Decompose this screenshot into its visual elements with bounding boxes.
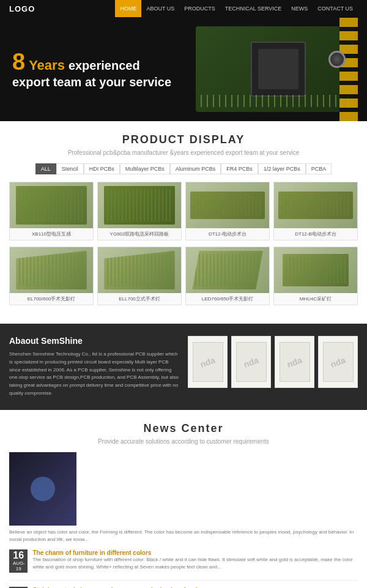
nav-home[interactable]: HOME bbox=[115, 0, 141, 17]
product-card-3[interactable]: DT12-电动步术台 bbox=[185, 182, 270, 240]
cert-4 bbox=[318, 336, 358, 388]
filter-stencil[interactable]: Stencil bbox=[56, 163, 84, 174]
news-image-block: Believe an object has color and color, t… bbox=[9, 452, 358, 543]
product-card-2[interactable]: YG902双路电流采样回路板 bbox=[97, 182, 182, 240]
product-card-5[interactable]: EL700/600手术无影灯 bbox=[9, 247, 94, 305]
about-text-block: Abaout SemShine Shenzhen Semshine Techno… bbox=[9, 336, 180, 398]
product-name-6: ELL700立式手术灯 bbox=[98, 293, 181, 305]
product-img-1 bbox=[10, 182, 93, 228]
news-subtitle: Provide accurate solutions according to … bbox=[9, 438, 358, 445]
pcb-knob bbox=[328, 51, 346, 68]
product-img-2 bbox=[98, 182, 181, 228]
product-card-7[interactable]: LED760/650手术无影灯 bbox=[185, 247, 270, 305]
product-img-5 bbox=[10, 247, 93, 293]
news-item-1-date: 16 AUG-19 bbox=[9, 549, 28, 573]
product-img-4 bbox=[274, 182, 357, 228]
nav-about[interactable]: ABOUT US bbox=[141, 0, 179, 17]
filter-half-layer[interactable]: 1/2 layer PCBs bbox=[258, 163, 306, 174]
product-img-8 bbox=[274, 247, 357, 293]
news-item-1: 16 AUG-19 The charm of furniture in diff… bbox=[9, 549, 358, 581]
nav-links: HOME ABOUT US PRODUCTS TECHNICAL SERVICE… bbox=[115, 0, 358, 17]
hero-number: 8 bbox=[12, 49, 25, 75]
product-img-6 bbox=[98, 247, 181, 293]
hero-section: 8 Years experienced export team at your … bbox=[0, 17, 367, 121]
filter-hdi[interactable]: HDI PCBs bbox=[84, 163, 120, 174]
filter-fr4[interactable]: FR4 PCBs bbox=[221, 163, 258, 174]
hero-years-label: Years bbox=[29, 58, 65, 73]
navigation: LOGO HOME ABOUT US PRODUCTS TECHNICAL SE… bbox=[0, 0, 367, 17]
news-item-1-header: 16 AUG-19 The charm of furniture in diff… bbox=[9, 549, 358, 573]
filter-aluminum[interactable]: Aluminum PCBs bbox=[170, 163, 221, 174]
filter-all[interactable]: ALL bbox=[35, 163, 56, 174]
pcb-chip bbox=[251, 42, 306, 97]
filter-pcba[interactable]: PCBA bbox=[306, 163, 332, 174]
hero-text: 8 Years experienced export team at your … bbox=[0, 49, 184, 89]
news-title: News Center bbox=[9, 422, 358, 435]
product-name-8: MHU4C采矿灯 bbox=[274, 293, 357, 305]
product-card-8[interactable]: MHU4C采矿灯 bbox=[273, 247, 358, 305]
about-section: Abaout SemShine Shenzhen Semshine Techno… bbox=[0, 324, 367, 410]
hero-line1: experienced bbox=[69, 59, 140, 73]
news-item-1-excerpt: The fascination of shop furniture with d… bbox=[32, 556, 358, 571]
certificates bbox=[188, 336, 358, 388]
nav-contact[interactable]: CONTACT US bbox=[313, 0, 358, 17]
about-body: Shenzhen Semshine Technology Co., ltd is… bbox=[9, 351, 180, 398]
pcb-board bbox=[196, 26, 355, 112]
product-card-4[interactable]: DT12-B电动步术台 bbox=[273, 182, 358, 240]
news-section: News Center Provide accurate solutions a… bbox=[0, 410, 367, 588]
product-name-4: DT12-B电动步术台 bbox=[274, 228, 357, 240]
cert-2 bbox=[231, 336, 271, 388]
product-img-7 bbox=[186, 247, 269, 293]
product-name-3: DT12-电动步术台 bbox=[186, 228, 269, 240]
product-name-5: EL700/600手术无影灯 bbox=[10, 293, 93, 305]
news-image-placeholder bbox=[9, 452, 76, 526]
nav-products[interactable]: PRODUCTS bbox=[179, 0, 220, 17]
news-below-text: Believe an object has color and color, t… bbox=[9, 529, 358, 543]
nav-technical[interactable]: TECHNICAL SERVICE bbox=[220, 0, 287, 17]
hero-line2: export team at your service bbox=[12, 75, 171, 89]
cert-1 bbox=[188, 336, 228, 388]
news-item-1-day: 16 bbox=[13, 551, 24, 560]
news-item-1-title[interactable]: The charm of furniture in different colo… bbox=[32, 549, 358, 556]
hero-yellow-stripe bbox=[339, 17, 358, 121]
product-display-title: PRODUCT DISPLAY bbox=[9, 133, 358, 146]
cert-3 bbox=[275, 336, 314, 388]
product-display-section: PRODUCT DISPLAY Professional pcb&pcba ma… bbox=[0, 121, 367, 324]
news-item-1-month: AUG-19 bbox=[13, 560, 24, 571]
product-img-3 bbox=[186, 182, 269, 228]
product-grid-row1: XB110型电压互感 YG902双路电流采样回路板 DT12-电动步术台 DT1… bbox=[9, 182, 358, 240]
product-name-1: XB110型电压互感 bbox=[10, 228, 93, 240]
about-title: Abaout SemShine bbox=[9, 336, 180, 346]
product-display-subtitle: Professional pcb&pcba manufacturer &year… bbox=[9, 149, 358, 156]
filter-tabs: ALL Stencil HDI PCBs Multilayer PCBs Alu… bbox=[9, 163, 358, 174]
news-main-image bbox=[9, 452, 76, 526]
nav-news[interactable]: NEWS bbox=[286, 0, 313, 17]
product-card-6[interactable]: ELL700立式手术灯 bbox=[97, 247, 182, 305]
product-name-7: LED760/650手术无影灯 bbox=[186, 293, 269, 305]
filter-multilayer[interactable]: Multilayer PCBs bbox=[120, 163, 170, 174]
hero-pcb-visual bbox=[171, 17, 367, 121]
news-image-circle bbox=[31, 477, 55, 501]
product-name-2: YG902双路电流采样回路板 bbox=[98, 228, 181, 240]
logo: LOGO bbox=[9, 4, 35, 13]
product-card-1[interactable]: XB110型电压互感 bbox=[9, 182, 94, 240]
product-grid-row2: EL700/600手术无影灯 ELL700立式手术灯 LED760/650手术无… bbox=[9, 247, 358, 305]
